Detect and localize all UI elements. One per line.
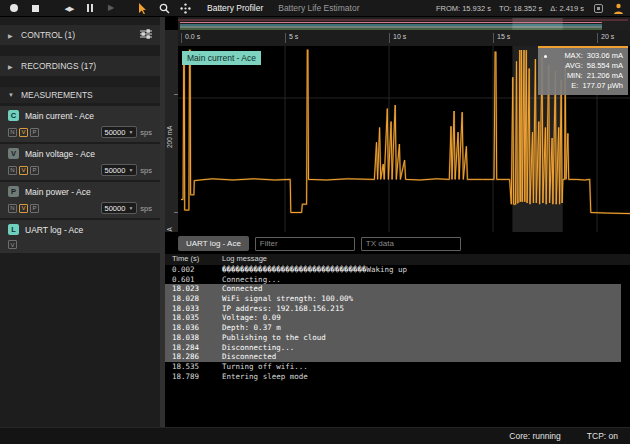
sidebar-section-recordings[interactable]: ▶ RECORDINGS (17) [0, 56, 160, 76]
zoom-tool-icon[interactable] [158, 2, 170, 14]
log-time: 18.286 [172, 352, 199, 362]
chevron-down-icon: ▼ [128, 167, 133, 173]
log-message: IP address: 192.168.156.215 [222, 304, 344, 314]
sample-rate-select[interactable]: 50000▼ [101, 202, 138, 214]
toggle-p[interactable]: P [30, 204, 39, 213]
toggle-n[interactable]: N [8, 128, 17, 137]
stat-max-value: 303.06 mA [587, 51, 623, 61]
log-message: Turning off wifi... [222, 362, 308, 372]
recording-minimap[interactable] [178, 17, 630, 30]
log-row[interactable]: 18.028WiFi signal strength: 100.00% [165, 294, 621, 304]
log-time: 18.535 [172, 362, 199, 372]
x-tick: 10 s [389, 33, 390, 43]
tab-battery-life-estimator[interactable]: Battery Life Estimator [278, 3, 359, 13]
status-bar: Core: running TCP: on [0, 427, 630, 444]
log-time: 18.038 [172, 333, 199, 343]
chevron-down-icon: ▼ [128, 205, 133, 211]
step-forward-icon: ▶ [105, 2, 117, 14]
measurement-name: Main voltage - Ace [25, 149, 95, 159]
toggle-v[interactable]: V [19, 128, 28, 137]
column-time: Time (s) [172, 254, 199, 263]
select-cursor-icon[interactable] [137, 2, 149, 14]
sample-rate-select[interactable]: 50000▼ [101, 126, 138, 138]
sidebar-section-control[interactable]: ▶ CONTROL (1) [0, 25, 160, 45]
filter-input[interactable] [255, 237, 355, 251]
sample-rate-select[interactable]: 50000▼ [101, 164, 138, 176]
channel-type-badge: V [8, 148, 19, 159]
toggle-n[interactable]: N [8, 204, 17, 213]
channel-type-badge: P [8, 186, 19, 197]
measurement-card[interactable]: VMain voltage - AceNVP50000▼sps [0, 144, 160, 180]
log-row[interactable]: 18.286Disconnected [165, 352, 621, 362]
uart-log-tab[interactable]: UART log - Ace [178, 236, 249, 251]
channel-chip[interactable]: Main current - Ace [182, 51, 261, 65]
section-label: CONTROL (1) [21, 30, 75, 40]
measurements-list: CMain current - AceNVP50000▼spsVMain vol… [0, 106, 160, 253]
log-message: Disconnecting... [222, 343, 294, 353]
tab-battery-profiler[interactable]: Battery Profiler [207, 3, 263, 13]
toggle-v[interactable]: V [19, 166, 28, 175]
chevron-right-icon: ▶ [8, 63, 15, 70]
section-label: RECORDINGS (17) [21, 61, 96, 71]
column-message: Log message [222, 254, 267, 263]
pause-icon[interactable] [84, 2, 96, 14]
log-message: Connecting... [222, 275, 281, 285]
log-row[interactable]: 18.035Voltage: 0.09 [165, 313, 621, 323]
measurement-card[interactable]: LUART log - AceV [0, 220, 160, 253]
log-row[interactable]: 18.038Publishing to the cloud [165, 333, 621, 343]
measurement-card[interactable]: CMain current - AceNVP50000▼sps [0, 106, 160, 142]
toggle-n[interactable]: N [8, 166, 17, 175]
log-row[interactable]: 18.535Turning off wifi... [165, 362, 630, 372]
user-icon[interactable] [612, 2, 624, 14]
toggle-p[interactable]: P [30, 128, 39, 137]
log-message: Publishing to the cloud [222, 333, 326, 343]
log-time: 18.789 [172, 372, 199, 382]
toggle-v[interactable]: V [19, 204, 28, 213]
log-row[interactable]: 18.036Depth: 0.37 m [165, 323, 621, 333]
log-row[interactable]: 18.789Entering sleep mode [165, 372, 630, 382]
log-message: Entering sleep mode [222, 372, 308, 382]
toggle-v[interactable]: V [8, 240, 17, 249]
stop-icon[interactable] [29, 2, 41, 14]
measurement-name: Main power - Ace [25, 187, 91, 197]
toolbar: ◀▶ ▶ Battery Profiler Battery Life Estim… [0, 0, 630, 17]
tx-data-input[interactable] [361, 237, 461, 251]
sidebar-section-measurements[interactable]: ▼ MEASUREMENTS [0, 87, 160, 103]
section-label: MEASUREMENTS [21, 90, 93, 100]
stat-avg-label: AVG: [565, 61, 582, 71]
stats-bullet-icon [544, 55, 547, 58]
pan-tool-icon[interactable] [179, 2, 191, 14]
toggle-p[interactable]: P [30, 166, 39, 175]
device-icon[interactable] [592, 2, 604, 14]
channel-type-badge: L [8, 224, 19, 235]
log-message: Depth: 0.37 m [222, 323, 281, 333]
log-message: Disconnected [222, 352, 276, 362]
sample-rate: 50000▼sps [101, 202, 152, 214]
waveform-plot[interactable]: Main current - Ace MAX:303.06 mA AVG:58.… [178, 46, 630, 232]
chart-area: 0.0 s5 s10 s15 s20 s 200 mA 0.0 A Main c… [165, 17, 630, 427]
time-axis[interactable]: 0.0 s5 s10 s15 s20 s [178, 30, 630, 46]
record-icon[interactable] [8, 2, 20, 14]
tcp-status: TCP: on [587, 431, 618, 441]
core-status: Core: running [509, 431, 561, 441]
measurement-name: UART log - Ace [25, 225, 83, 235]
measurement-card[interactable]: PMain power - AceNVP50000▼sps [0, 182, 160, 218]
log-row[interactable]: 18.033IP address: 192.168.156.215 [165, 304, 621, 314]
view-tabs: Battery Profiler Battery Life Estimator [207, 3, 359, 13]
sample-rate-unit: sps [140, 166, 152, 175]
log-row[interactable]: 18.023Connected [165, 284, 621, 294]
log-row[interactable]: 0.601Connecting... [165, 275, 630, 285]
x-tick: 20 s [597, 33, 598, 43]
selection-delta: Δ: 2.419 s [550, 4, 584, 13]
log-row[interactable]: 0.002��������������������������������Wak… [165, 265, 630, 275]
skip-back-icon[interactable]: ◀▶ [63, 2, 75, 14]
stat-energy-label: E: [571, 81, 578, 91]
log-row[interactable]: 18.284Disconnecting... [165, 343, 621, 353]
selection-stats-box: MAX:303.06 mA AVG:58.554 mA MIN:21.206 m… [538, 46, 628, 95]
x-tick: 0.0 s [181, 33, 182, 43]
measurement-name: Main current - Ace [25, 111, 94, 121]
log-time: 18.035 [172, 313, 199, 323]
sliders-icon[interactable] [140, 29, 152, 41]
stat-energy-value: 177.07 µWh [582, 81, 623, 91]
measurement-controls: NVP50000▼sps [8, 164, 152, 176]
